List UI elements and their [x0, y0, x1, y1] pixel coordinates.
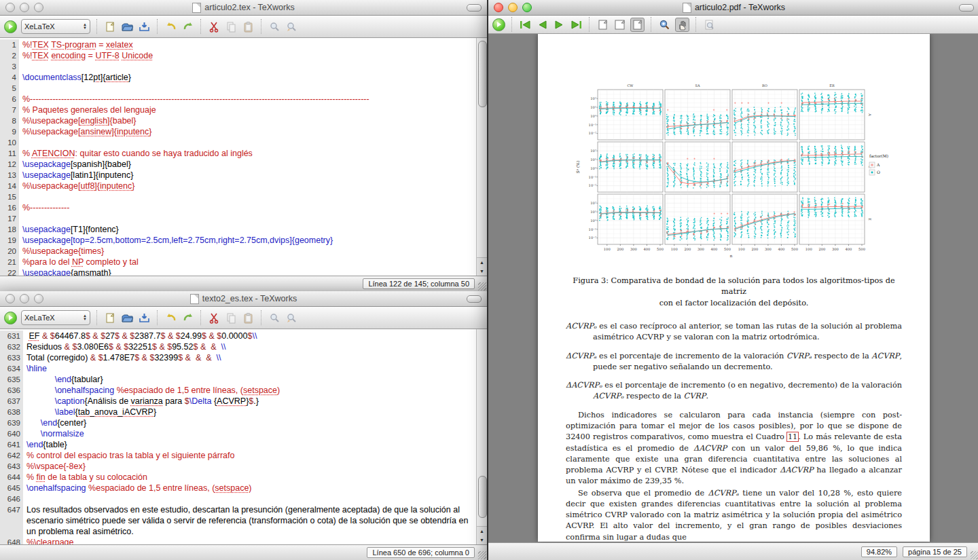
- zoom-button[interactable]: [34, 294, 43, 303]
- replace-icon[interactable]: [285, 312, 298, 324]
- code-line: 647Los resultados observados en este est…: [0, 504, 477, 537]
- paste-icon[interactable]: [242, 20, 255, 33]
- scrollbar-thumb[interactable]: [478, 476, 487, 518]
- svg-text:400: 400: [710, 247, 717, 251]
- vertical-scrollbar[interactable]: ▲▼: [476, 38, 487, 276]
- line-number: 21: [0, 257, 19, 267]
- actual-size-button[interactable]: [596, 18, 609, 31]
- code-line: 17: [0, 213, 477, 224]
- code-line: 14%\usepackage[utf8]{inputenc}: [0, 181, 477, 191]
- status-bar: 94.82% página 15 de 25: [488, 542, 978, 560]
- find-in-pdf-button[interactable]: [703, 18, 716, 31]
- code-line: 1%!TEX TS-program = xelatex: [0, 39, 477, 50]
- cut-icon[interactable]: [208, 20, 221, 33]
- line-number: 10: [0, 137, 19, 148]
- minimize-button[interactable]: [508, 3, 518, 12]
- typeset-button[interactable]: [4, 312, 17, 324]
- cross-reference-link[interactable]: 11: [787, 432, 798, 441]
- previous-page-button[interactable]: [536, 18, 549, 31]
- line-number: 1: [0, 39, 19, 50]
- pdf-content-area[interactable]: CWSAROERACESᵖ (%)10²10¹10⁰10⁻¹10⁻²10²10¹…: [488, 34, 978, 542]
- code-line: 2%!TEX encoding = UTF-8 Unicode: [0, 50, 477, 61]
- replace-icon[interactable]: [285, 20, 298, 33]
- figure-caption: Figura 3: Comparativa de bondad de la so…: [566, 276, 902, 309]
- toolbar-toggle-button[interactable]: [467, 295, 482, 303]
- new-document-button[interactable]: [104, 312, 117, 324]
- close-button[interactable]: [494, 3, 503, 12]
- zoom-tool-button[interactable]: [658, 18, 671, 31]
- redo-icon[interactable]: [181, 312, 194, 324]
- fit-width-button[interactable]: [613, 18, 626, 31]
- undo-icon[interactable]: [164, 20, 177, 33]
- svg-text:400: 400: [643, 247, 650, 251]
- undo-icon[interactable]: [164, 312, 177, 324]
- toolbar-toggle-button[interactable]: [467, 4, 482, 12]
- engine-select[interactable]: XeLaTeX ▲▼: [21, 19, 90, 34]
- svg-text:10⁰: 10⁰: [590, 166, 596, 170]
- line-number: 646: [0, 493, 23, 504]
- close-button[interactable]: [5, 3, 15, 12]
- find-icon[interactable]: [268, 20, 281, 33]
- line-number: 647: [0, 504, 23, 537]
- scrollbar-arrows[interactable]: ▲▼: [477, 257, 487, 276]
- fit-window-button[interactable]: [630, 18, 645, 32]
- code-line: 10: [0, 137, 477, 148]
- window-title: articulo2.tex - TeXworks: [0, 3, 487, 13]
- paste-icon[interactable]: [242, 312, 255, 324]
- svg-text:500: 500: [657, 247, 664, 251]
- svg-text:100: 100: [603, 247, 610, 251]
- copy-icon[interactable]: [225, 312, 238, 324]
- vertical-scrollbar[interactable]: ▲▼: [476, 329, 487, 544]
- scrollbar-arrows[interactable]: ▲▼: [477, 526, 487, 544]
- first-page-button[interactable]: [519, 18, 532, 31]
- cut-icon[interactable]: [208, 312, 221, 324]
- svg-text:10¹: 10¹: [590, 157, 596, 162]
- document-icon: [192, 3, 201, 13]
- save-button[interactable]: [138, 312, 151, 324]
- new-document-button[interactable]: [104, 20, 117, 33]
- titlebar[interactable]: texto2_es.tex - TeXworks: [0, 291, 487, 307]
- next-page-button[interactable]: [553, 18, 566, 31]
- save-button[interactable]: [138, 20, 151, 33]
- zoom-button[interactable]: [34, 3, 43, 12]
- resize-grip[interactable]: [971, 551, 978, 559]
- code-editor[interactable]: 1%!TEX TS-program = xelatex2%!TEX encodi…: [0, 38, 487, 276]
- open-button[interactable]: [121, 20, 134, 33]
- close-button[interactable]: [5, 294, 15, 303]
- minimize-button[interactable]: [20, 294, 29, 303]
- resize-grip[interactable]: [478, 282, 486, 291]
- redo-icon[interactable]: [181, 20, 194, 33]
- svg-text:10⁻¹: 10⁻¹: [588, 123, 596, 127]
- minimize-button[interactable]: [20, 3, 29, 12]
- svg-text:100: 100: [805, 247, 812, 251]
- svg-text:10²: 10²: [590, 149, 596, 153]
- code-line: 16%--------------: [0, 202, 477, 213]
- svg-text:10²: 10²: [590, 201, 596, 205]
- open-button[interactable]: [121, 312, 134, 324]
- svg-text:10⁰: 10⁰: [590, 114, 596, 118]
- find-icon[interactable]: [268, 312, 281, 324]
- line-number: 4: [0, 72, 19, 83]
- pdf-toolbar: [488, 16, 978, 34]
- hand-tool-button[interactable]: [675, 18, 689, 32]
- facet-scatter-chart: CWSAROERACESᵖ (%)10²10¹10⁰10⁻¹10⁻²10²10¹…: [575, 81, 894, 263]
- line-number: 631: [0, 331, 23, 341]
- code-line: 642% control del espacio tras la tabla y…: [0, 450, 477, 461]
- resize-grip[interactable]: [478, 551, 486, 559]
- copy-icon[interactable]: [225, 20, 238, 33]
- typeset-button[interactable]: [4, 20, 17, 33]
- zoom-button[interactable]: [522, 3, 532, 12]
- titlebar[interactable]: articulo2.pdf - TeXworks: [488, 0, 978, 16]
- svg-text:A: A: [876, 162, 880, 167]
- scrollbar-thumb[interactable]: [478, 41, 487, 107]
- engine-select[interactable]: XeLaTeX ▲▼: [21, 310, 90, 325]
- svg-text:500: 500: [858, 247, 865, 251]
- typeset-button[interactable]: [492, 18, 505, 31]
- toolbar-toggle-button[interactable]: [959, 4, 974, 12]
- titlebar[interactable]: articulo2.tex - TeXworks: [0, 0, 487, 16]
- code-editor[interactable]: 631 EF & $64467.8$ & $27$ & $2387.7$ & $…: [0, 329, 487, 544]
- code-line: 4\documentclass[12pt]{article}: [0, 72, 477, 83]
- svg-text:A: A: [868, 113, 872, 116]
- last-page-button[interactable]: [570, 18, 583, 31]
- zoom-level: 94.82%: [861, 546, 897, 557]
